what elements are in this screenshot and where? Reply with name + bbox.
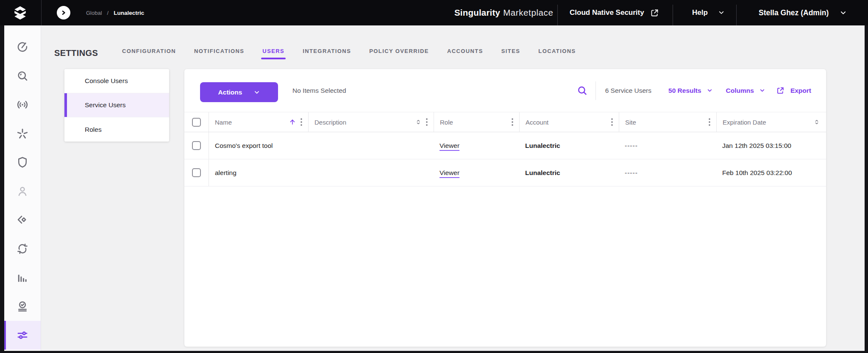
chevron-down-icon	[718, 9, 725, 16]
sidebar-item-policy[interactable]	[4, 148, 41, 177]
tab-integrations[interactable]: INTEGRATIONS	[303, 48, 351, 54]
chevron-down-icon	[760, 88, 765, 93]
cell-site: -----	[619, 132, 716, 159]
column-menu-icon[interactable]	[426, 118, 428, 126]
chevron-down-icon	[707, 88, 712, 93]
tab-policy-override[interactable]: POLICY OVERRIDE	[369, 48, 429, 54]
tab-users[interactable]: USERS	[262, 48, 284, 54]
tab-notifications[interactable]: NOTIFICATIONS	[194, 48, 244, 54]
task-check-icon	[16, 300, 29, 313]
column-label: Site	[625, 119, 636, 126]
help-menu[interactable]: Help	[692, 0, 725, 25]
cell-description	[308, 159, 434, 186]
topbar-divider	[673, 5, 673, 25]
sidebar-item-tasks[interactable]	[4, 292, 41, 321]
column-label: Account	[526, 119, 548, 126]
column-header-name[interactable]: Name	[209, 112, 308, 132]
page-title: SETTINGS	[54, 48, 98, 58]
columns-label: Columns	[726, 87, 754, 95]
column-header-site[interactable]: Site	[619, 112, 716, 132]
breadcrumb-separator: /	[107, 10, 109, 16]
header-checkbox-cell	[184, 112, 209, 132]
sidebar-item-data-sync[interactable]	[4, 234, 41, 263]
column-menu-icon[interactable]	[300, 118, 302, 126]
export-label: Export	[790, 87, 811, 95]
row-checkbox[interactable]	[192, 141, 201, 150]
service-users-card: Actions No Items Selected 6 Service User…	[184, 69, 826, 347]
sidebar-item-dashboard[interactable]	[4, 33, 41, 61]
tab-sites[interactable]: SITES	[501, 48, 520, 54]
subnav-item-console-users[interactable]: Console Users	[64, 69, 169, 93]
subnav-item-service-users[interactable]: Service Users	[64, 93, 169, 117]
sidebar-item-reports[interactable]	[4, 263, 41, 292]
toolbar-divider	[595, 81, 596, 100]
column-header-role[interactable]: Role	[434, 112, 519, 132]
chevron-down-icon	[254, 89, 260, 95]
subnav-item-roles[interactable]: Roles	[64, 117, 169, 142]
breadcrumb-current[interactable]: Lunalectric	[114, 10, 144, 16]
brand-primary: Singularity	[454, 8, 500, 18]
scope-expand-button[interactable]	[57, 6, 70, 19]
user-label: Stella Ghez (Admin)	[759, 8, 829, 17]
sidebar-item-marketplace[interactable]	[4, 206, 41, 234]
column-label: Role	[440, 119, 453, 126]
row-checkbox-cell	[184, 159, 209, 186]
column-label: Expiration Date	[723, 119, 766, 126]
select-all-checkbox[interactable]	[192, 118, 201, 127]
table-toolbar: Actions No Items Selected 6 Service User…	[184, 69, 826, 112]
topbar: Global / Lunalectric Singularity Marketp…	[0, 0, 868, 25]
column-header-account[interactable]: Account	[519, 112, 619, 132]
column-header-description[interactable]: Description	[308, 112, 434, 132]
row-checkbox-cell	[184, 132, 209, 159]
sidebar-item-settings[interactable]	[4, 321, 41, 350]
sort-ascending-icon[interactable]	[289, 118, 296, 126]
tab-accounts[interactable]: ACCOUNTS	[447, 48, 483, 54]
sidebar-item-sensors[interactable]	[4, 90, 41, 119]
results-per-page-dropdown[interactable]: 50 Results	[668, 87, 712, 95]
sort-toggle-icon[interactable]	[415, 119, 422, 125]
role-link[interactable]: Viewer	[440, 142, 459, 150]
table-header-row: Name Description Role Accoun	[184, 112, 826, 132]
search-icon[interactable]	[576, 85, 588, 96]
column-label: Name	[215, 119, 232, 126]
tab-locations[interactable]: LOCATIONS	[538, 48, 576, 54]
brand-wordmark: Singularity Marketplace	[454, 0, 553, 25]
user-menu[interactable]: Stella Ghez (Admin)	[759, 0, 847, 25]
role-link[interactable]: Viewer	[440, 169, 459, 177]
cell-name: Cosmo's export tool	[209, 132, 308, 159]
column-menu-icon[interactable]	[611, 118, 613, 126]
cell-role: Viewer	[434, 132, 519, 159]
actions-button[interactable]: Actions	[200, 82, 278, 102]
cell-account: Lunalectric	[519, 159, 619, 186]
cell-site: -----	[619, 159, 716, 186]
topbar-divider	[736, 5, 737, 25]
asterisk-icon	[16, 127, 29, 140]
app-window: Global / Lunalectric Singularity Marketp…	[0, 0, 868, 353]
column-header-expiration-date[interactable]: Expiration Date	[716, 112, 826, 132]
sidebar-item-automation[interactable]	[4, 119, 41, 148]
columns-dropdown[interactable]: Columns	[726, 87, 765, 95]
cell-expiration-date: Jan 12th 2025 03:15:00	[716, 132, 826, 159]
sentinelone-logo-icon[interactable]	[12, 5, 28, 21]
topbar-divider	[557, 5, 558, 25]
table-row[interactable]: alerting Viewer Lunalectric ----- Feb 10…	[184, 159, 826, 186]
cell-expiration-date: Feb 10th 2025 03:22:00	[716, 159, 826, 186]
cell-account: Lunalectric	[519, 132, 619, 159]
actions-label: Actions	[218, 89, 242, 96]
main-content: SETTINGS CONFIGURATION NOTIFICATIONS USE…	[41, 25, 865, 351]
broadcast-icon	[16, 98, 29, 111]
column-menu-icon[interactable]	[512, 118, 513, 126]
row-checkbox[interactable]	[192, 168, 201, 177]
breadcrumb: Global / Lunalectric	[86, 0, 144, 25]
table-row[interactable]: Cosmo's export tool Viewer Lunalectric -…	[184, 132, 826, 159]
sort-toggle-icon[interactable]	[813, 119, 820, 125]
cell-role: Viewer	[434, 159, 519, 186]
search-icon	[16, 69, 29, 82]
export-button[interactable]: Export	[776, 86, 811, 95]
sidebar-item-search[interactable]	[4, 61, 41, 90]
tab-configuration[interactable]: CONFIGURATION	[122, 48, 176, 54]
breadcrumb-global[interactable]: Global	[86, 10, 102, 16]
column-menu-icon[interactable]	[709, 118, 710, 126]
cloud-native-security-link[interactable]: Cloud Native Security	[570, 0, 659, 25]
sidebar-item-users[interactable]	[4, 177, 41, 206]
